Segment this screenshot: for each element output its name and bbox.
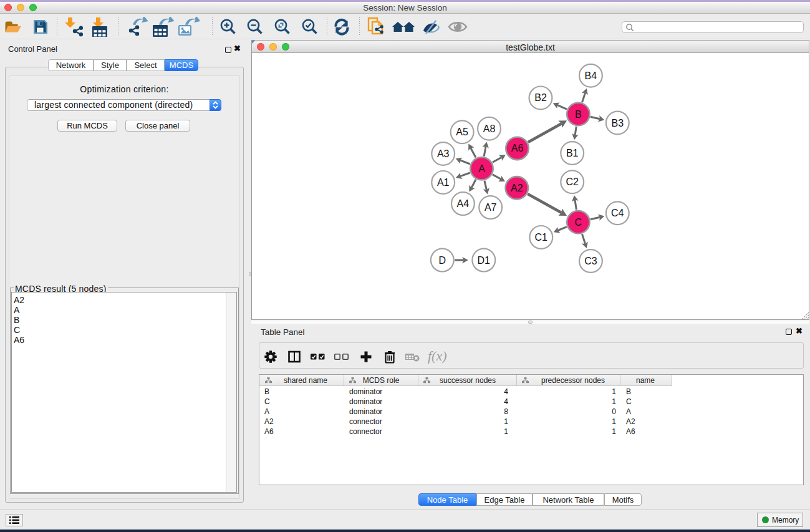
svg-text:C1: C1 — [535, 232, 548, 243]
svg-text:C3: C3 — [584, 256, 597, 266]
svg-text:B: B — [575, 109, 582, 120]
svg-text:A: A — [478, 163, 485, 174]
svg-text:A3: A3 — [437, 148, 450, 159]
svg-text:D1: D1 — [478, 255, 491, 266]
svg-text:A1: A1 — [437, 177, 450, 188]
svg-text:B2: B2 — [534, 92, 547, 103]
svg-text:A4: A4 — [457, 198, 470, 209]
svg-text:C2: C2 — [566, 177, 579, 187]
svg-text:A6: A6 — [511, 143, 524, 153]
svg-text:C: C — [575, 217, 582, 228]
svg-text:B3: B3 — [612, 118, 624, 128]
svg-text:D: D — [439, 255, 446, 266]
svg-text:B4: B4 — [585, 70, 597, 81]
svg-text:A7: A7 — [485, 202, 497, 213]
svg-text:A2: A2 — [511, 183, 523, 193]
svg-text:A8: A8 — [483, 123, 496, 134]
svg-text:B1: B1 — [566, 148, 579, 158]
svg-text:C4: C4 — [611, 208, 624, 218]
svg-text:A5: A5 — [456, 127, 468, 137]
